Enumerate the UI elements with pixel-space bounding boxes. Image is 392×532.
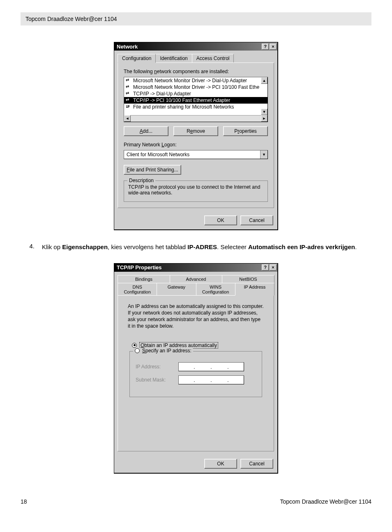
list-item-label: Microsoft Network Monitor Driver -> Dial… [133, 78, 247, 83]
adapter-icon: ⇄ [126, 85, 131, 90]
h-scrollbar[interactable] [131, 115, 261, 122]
ok-button[interactable]: OK [204, 215, 237, 225]
tab-configuration[interactable]: Configuration [118, 54, 156, 63]
tcpip-dialog: TCP/IP Properties ? × Bindings Advanced … [114, 263, 278, 474]
description-group: Description TCP/IP is the protocol you u… [124, 180, 268, 202]
footer-title: Topcom Draadloze Webr@cer 1104 [280, 498, 371, 505]
scroll-up-icon[interactable]: ▲ [261, 77, 267, 84]
ok-button[interactable]: OK [204, 459, 237, 469]
list-item[interactable]: ⇄Microsoft Network Monitor Driver -> PCI… [124, 84, 267, 90]
ip-address-label: IP Address: [136, 364, 173, 370]
logon-dropdown[interactable]: Client for Microsoft Networks ▼ [124, 150, 268, 159]
tab-identification[interactable]: Identification [155, 54, 192, 63]
step-number: 4. [26, 243, 35, 252]
help-icon[interactable]: ? [262, 264, 269, 271]
tab-ip-address[interactable]: IP Address [235, 283, 274, 296]
chevron-down-icon[interactable]: ▼ [260, 150, 267, 159]
remove-button[interactable]: Remove [173, 126, 218, 136]
file-print-sharing-button[interactable]: File and Print Sharing... [124, 165, 181, 175]
instruction-step-4: 4. Klik op Eigenschappen, kies vervolgen… [26, 243, 371, 252]
tab-wins-configuration[interactable]: WINS Configuration [196, 283, 235, 296]
list-item[interactable]: 🖳File and printer sharing for Microsoft … [124, 104, 267, 110]
tab-dns-configuration[interactable]: DNS Configuration [118, 283, 157, 296]
radio-icon [135, 348, 140, 353]
components-listbox[interactable]: ⇄Microsoft Network Monitor Driver -> Dia… [124, 77, 268, 122]
close-icon[interactable]: × [270, 264, 277, 271]
network-dialog: Network ? × Configuration Identification… [114, 42, 278, 230]
add-button[interactable]: Add... [124, 126, 168, 136]
specify-ip-group: Specify an IP address: IP Address: ... S… [129, 351, 262, 397]
ip-address-input[interactable]: ... [178, 362, 244, 371]
tab-gateway[interactable]: Gateway [157, 283, 196, 296]
scroll-down-icon[interactable]: ▼ [261, 109, 267, 115]
radio-icon [132, 343, 137, 348]
adapter-icon: ⇄ [126, 91, 131, 96]
components-label: The following network components are ins… [124, 69, 268, 74]
help-icon[interactable]: ? [262, 44, 269, 50]
list-item-label: File and printer sharing for Microsoft N… [133, 104, 234, 110]
tab-netbios[interactable]: NetBIOS [222, 275, 274, 283]
list-item-selected[interactable]: ⇄TCP/IP -> PCI 10/100 Fast Ethernet Adap… [124, 97, 267, 104]
cancel-button[interactable]: Cancel [240, 215, 273, 225]
close-icon[interactable]: × [270, 44, 277, 50]
cancel-button[interactable]: Cancel [240, 459, 273, 469]
network-title: Network [117, 44, 138, 50]
logon-value: Client for Microsoft Networks [124, 150, 260, 159]
logon-label: Primary Network Logon: [124, 142, 268, 148]
properties-button[interactable]: Properties [223, 126, 268, 136]
share-icon: 🖳 [126, 104, 131, 109]
list-item[interactable]: ⇄TCP/IP -> Dial-Up Adapter [124, 90, 267, 97]
list-item-label: Microsoft Network Monitor Driver -> PCI … [133, 84, 259, 90]
page-number: 18 [21, 498, 27, 505]
page-footer: 18 Topcom Draadloze Webr@cer 1104 [21, 498, 371, 505]
tcpip-title: TCP/IP Properties [117, 264, 162, 271]
page-header: Topcom Draadloze Webr@cer 1104 [21, 12, 371, 25]
list-item-label: TCP/IP -> PCI 10/100 Fast Ethernet Adapt… [133, 97, 230, 103]
ip-info-text: An IP address can be automatically assig… [124, 301, 268, 334]
radio-specify-ip[interactable]: Specify an IP address: [135, 348, 191, 354]
tab-access-control[interactable]: Access Control [192, 54, 234, 63]
scroll-left-icon[interactable]: ◄ [124, 115, 131, 122]
subnet-mask-input[interactable]: ... [178, 375, 244, 384]
network-titlebar: Network ? × [114, 42, 277, 51]
description-text: TCP/IP is the protocol you use to connec… [128, 184, 263, 196]
tcpip-titlebar: TCP/IP Properties ? × [114, 264, 277, 272]
adapter-icon: ⇄ [126, 98, 131, 103]
adapter-icon: ⇄ [126, 78, 131, 83]
list-item[interactable]: ⇄Microsoft Network Monitor Driver -> Dia… [124, 77, 267, 84]
step-text: Klik op Eigenschappen, kies vervolgens h… [42, 243, 371, 252]
description-legend: Description [127, 178, 155, 183]
tab-advanced[interactable]: Advanced [170, 275, 222, 283]
scroll-right-icon[interactable]: ► [261, 115, 267, 122]
subnet-mask-label: Subnet Mask: [136, 377, 173, 383]
list-item-label: TCP/IP -> Dial-Up Adapter [133, 91, 191, 97]
tab-bindings[interactable]: Bindings [118, 275, 170, 283]
